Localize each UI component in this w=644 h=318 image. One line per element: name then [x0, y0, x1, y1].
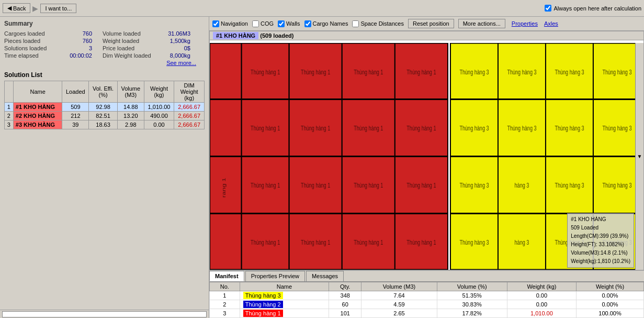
- svg-text:Thùng hàng 1: Thùng hàng 1: [354, 68, 383, 75]
- manifest-weight-kg-3: 1,010.00: [507, 309, 576, 318]
- back-button[interactable]: ◀ Back: [3, 3, 30, 13]
- cog-label: COG: [261, 20, 274, 27]
- always-open-container: Always open here after calculation: [545, 5, 641, 12]
- solution-row-3[interactable]: 3 #3 KHO HÀNG 39 18.63 2.98 0.00 2,666.6…: [5, 120, 205, 129]
- cargo-3d-view[interactable]: Thùng hàng 1 Thùng hàng 1 Thùng hàng 1 T…: [210, 43, 643, 270]
- info-line-4: Height(FT): 33.1082%): [571, 240, 630, 249]
- reset-position-button[interactable]: Reset position: [408, 19, 454, 28]
- svg-text:Thùng hàng 3: Thùng hàng 3: [602, 68, 631, 75]
- info-overlay: #1 KHO HÀNG 509 Loaded Length(CM):399 (3…: [567, 213, 634, 268]
- col-dim: DIMWeight(kg): [174, 81, 205, 103]
- svg-text:Thùng hàng 1: Thùng hàng 1: [406, 125, 436, 132]
- manifest-volume-m3-2: 4.59: [361, 300, 437, 309]
- col-name: Name: [13, 81, 62, 103]
- space-distances-checkbox[interactable]: [352, 20, 359, 27]
- summary-section: Summary Cargoes loaded 760 Pieces loaded…: [0, 17, 209, 69]
- sol-no-3: 3: [5, 120, 14, 129]
- svg-text:Thùng hàng 1: Thùng hàng 1: [301, 182, 330, 189]
- manifest-qty-2: 60: [329, 300, 361, 309]
- axles-link[interactable]: Axles: [544, 20, 558, 27]
- summary-left-col: Cargoes loaded 760 Pieces loaded 760 Sol…: [4, 30, 92, 59]
- left-scrollbar[interactable]: [0, 310, 209, 318]
- col-no: [5, 81, 14, 103]
- col-volume: Volume(M3): [117, 81, 144, 103]
- tab-properties-preview[interactable]: Properties Preview: [245, 271, 305, 281]
- manifest-volume-m3-3: 2.65: [361, 309, 437, 318]
- svg-text:Thùng hàng 1: Thùng hàng 1: [251, 68, 280, 75]
- sol-volume-3: 2.98: [117, 120, 144, 129]
- svg-text:Thùng hàng 1: Thùng hàng 1: [301, 125, 330, 132]
- toolbar-left: ◀ Back ▶ I want to...: [3, 3, 76, 13]
- sol-no-1: 1: [5, 103, 14, 112]
- volume-value: 31.06M3: [159, 30, 190, 37]
- sol-name-1: #1 KHO HÀNG: [13, 103, 62, 112]
- iwantto-label: I want to...: [45, 5, 72, 12]
- dim-label: Dim Weight loaded: [103, 52, 155, 59]
- cog-checkbox-item[interactable]: COG: [252, 20, 274, 27]
- cargo-names-checkbox[interactable]: [304, 20, 311, 27]
- svg-text:hàng 3: hàng 3: [515, 182, 529, 189]
- svg-rect-0: [210, 43, 242, 100]
- solution-row-1[interactable]: 1 #1 KHO HÀNG 509 92.98 14.88 1,010.00 2…: [5, 103, 205, 112]
- more-actions-label: More actions...: [463, 20, 501, 27]
- sol-loaded-2: 212: [62, 112, 89, 120]
- solution-row-2[interactable]: 2 #2 KHO HÀNG 212 82.51 13.20 490.00 2,6…: [5, 112, 205, 120]
- viz-canvas-area: #1 KHO HÀNG (509 loaded) T: [209, 31, 644, 270]
- walls-checkbox-item[interactable]: Walls: [278, 20, 300, 27]
- walls-checkbox[interactable]: [278, 20, 285, 27]
- cargo-name-badge-1: Thùng hàng 3: [243, 292, 283, 299]
- info-line-5: Volume(M3):14.8 (2.1%): [571, 249, 630, 257]
- manifest-row-3[interactable]: 3 Thùng hàng 1 101 2.65 17.82% 1,010.00 …: [210, 309, 644, 318]
- svg-text:Thùng hàng 3: Thùng hàng 3: [459, 182, 489, 189]
- space-distances-checkbox-item[interactable]: Space Distances: [352, 20, 404, 27]
- info-line-6: Weight(kg):1,810 (10.2%): [571, 257, 630, 266]
- manifest-no-3: 3: [210, 309, 240, 318]
- bottom-section: Manifest Properties Preview Messages No.…: [209, 270, 644, 318]
- cargo-names-checkbox-item[interactable]: Cargo Names: [304, 20, 348, 27]
- always-open-checkbox[interactable]: [545, 5, 551, 12]
- more-actions-button[interactable]: More actions...: [458, 19, 505, 28]
- solution-table: Name Loaded Vol. Effi.(%) Volume(M3) Wei…: [4, 81, 205, 129]
- svg-text:Thùng hàng 1: Thùng hàng 1: [406, 239, 436, 246]
- reset-position-label: Reset position: [413, 20, 449, 27]
- svg-text:Thùng hàng 1: Thùng hàng 1: [354, 182, 383, 189]
- manifest-col-no: No.: [210, 282, 240, 291]
- manifest-row-2[interactable]: 2 Thùng hàng 2 60 4.59 30.83% 0.00 0.00%: [210, 300, 644, 309]
- sol-volume-1: 14.88: [117, 103, 144, 112]
- manifest-col-volume-pct: Volume (%): [437, 282, 507, 291]
- manifest-weight-pct-1: 0.00%: [577, 291, 644, 300]
- summary-volume-row: Volume loaded 31.06M3: [103, 30, 190, 37]
- navigation-checkbox[interactable]: [212, 20, 219, 27]
- svg-text:Thùng hàng 3: Thùng hàng 3: [459, 239, 489, 246]
- scroll-right-arrow[interactable]: ▼: [635, 43, 643, 270]
- tab-manifest[interactable]: Manifest: [209, 271, 244, 281]
- left-scrollbar-track[interactable]: [2, 311, 207, 317]
- navigation-checkbox-item[interactable]: Navigation: [212, 20, 248, 27]
- properties-link[interactable]: Properties: [512, 20, 538, 27]
- iwantto-button[interactable]: I want to...: [40, 4, 76, 13]
- sol-dim-1: 2,666.67: [174, 103, 205, 112]
- see-more-link[interactable]: See more...: [166, 60, 200, 66]
- summary-dim-row: Dim Weight loaded 8,000kg: [103, 52, 190, 59]
- pieces-value: 760: [61, 38, 92, 44]
- svg-text:Thùng hàng 1: Thùng hàng 1: [251, 125, 280, 132]
- sol-weight-2: 490.00: [144, 112, 174, 120]
- sol-dim-2: 2,666.67: [174, 112, 205, 120]
- left-panel: Summary Cargoes loaded 760 Pieces loaded…: [0, 17, 209, 318]
- summary-right-col: Volume loaded 31.06M3 Weight loaded 1,50…: [103, 30, 190, 59]
- manifest-volume-pct-2: 30.83%: [437, 300, 507, 309]
- scroll-arrow-icon: ▼: [637, 153, 642, 159]
- manifest-volume-pct-1: 51.35%: [437, 291, 507, 300]
- summary-price-row: Price loaded 0$: [103, 45, 190, 51]
- sol-weight-1: 1,010.00: [144, 103, 174, 112]
- time-label: Time elapsed: [4, 52, 57, 59]
- sol-loaded-1: 509: [62, 103, 89, 112]
- solutions-label: Solutions loaded: [4, 45, 57, 51]
- manifest-col-qty: Qty.: [329, 282, 361, 291]
- cog-checkbox[interactable]: [252, 20, 259, 27]
- walls-label: Walls: [286, 20, 300, 27]
- info-line-2: 509 Loaded: [571, 224, 630, 232]
- manifest-row-1[interactable]: 1 Thùng hàng 3 348 7.64 51.35% 0.00 0.00…: [210, 291, 644, 300]
- sol-weight-3: 0.00: [144, 120, 174, 129]
- tab-messages[interactable]: Messages: [306, 271, 344, 281]
